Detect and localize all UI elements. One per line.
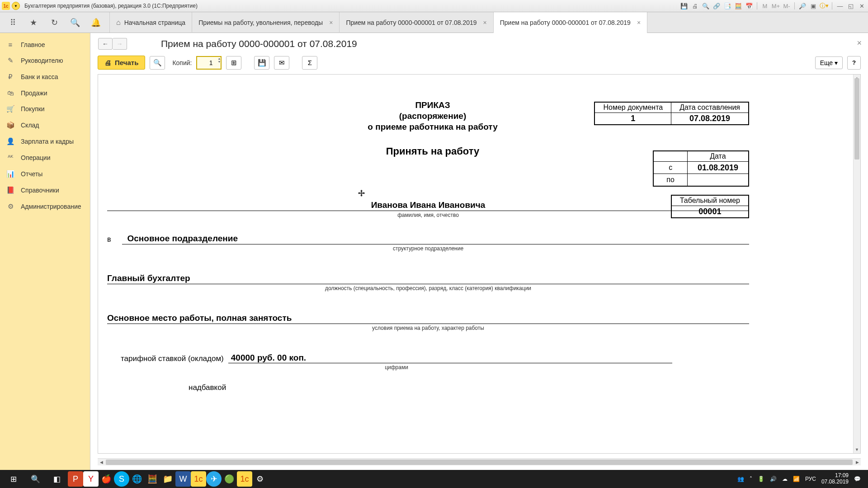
- taskbar-app-yandex[interactable]: Y: [83, 471, 99, 487]
- department-value: Основное подразделение: [122, 234, 750, 244]
- zoom-icon[interactable]: 🔎: [798, 1, 807, 10]
- onedrive-icon[interactable]: ☁: [782, 476, 788, 482]
- sidebar-item-purchases[interactable]: 🛒Покупки: [0, 101, 90, 117]
- home-icon: ⌂: [116, 19, 121, 27]
- save-button[interactable]: 💾: [254, 56, 269, 70]
- sidebar-item-hr[interactable]: 👤Зарплата и кадры: [0, 133, 90, 150]
- sidebar-item-warehouse[interactable]: 📦Склад: [0, 117, 90, 133]
- tab-hiring-list[interactable]: Приемы на работу, увольнения, переводы ×: [192, 12, 340, 33]
- document-body[interactable]: Номер документаДата составления 107.08.2…: [98, 75, 853, 453]
- taskbar-app-telegram[interactable]: ✈: [206, 471, 222, 487]
- preview-icon[interactable]: 🔍: [701, 1, 710, 10]
- help-button[interactable]: ?: [847, 56, 861, 70]
- app-logo-icon: 1c: [2, 2, 10, 10]
- content-area: × ← → Прием на работу 0000-000001 от 07.…: [90, 33, 868, 470]
- tray-chevron-icon[interactable]: ˄: [750, 476, 752, 482]
- link-icon[interactable]: 🔗: [712, 1, 721, 10]
- calculator-icon[interactable]: 🧮: [734, 1, 743, 10]
- sidebar-label: Отчеты: [21, 170, 42, 178]
- menu-icon: ≡: [6, 41, 14, 48]
- maximize-icon[interactable]: ◱: [846, 1, 855, 10]
- minimize-icon[interactable]: —: [835, 1, 844, 10]
- taskbar-app-browser[interactable]: 🌐: [129, 471, 145, 487]
- save-icon[interactable]: 💾: [679, 1, 689, 10]
- task-view-icon[interactable]: ◧: [46, 470, 68, 488]
- preview-button[interactable]: 🔍: [150, 56, 165, 70]
- scroll-left-icon[interactable]: ◀: [98, 460, 105, 465]
- edit-table-button[interactable]: ⊞: [226, 56, 241, 70]
- spinner-icon[interactable]: ▲▼: [218, 57, 221, 63]
- taskbar-search-icon[interactable]: 🔍: [24, 470, 46, 488]
- tab-hiring-doc-1[interactable]: Прием на работу 0000-000001 от 07.08.201…: [340, 12, 493, 33]
- taskbar-app-powerpoint[interactable]: P: [68, 471, 83, 487]
- notifications-icon[interactable]: 💬: [854, 476, 861, 482]
- apps-grid-icon[interactable]: ⠿: [7, 17, 18, 28]
- sidebar-item-operations[interactable]: ᴬᴷОперации: [0, 150, 90, 166]
- sidebar-label: Справочники: [21, 187, 59, 194]
- sidebar-item-sales[interactable]: 🛍Продажи: [0, 85, 90, 101]
- print-icon[interactable]: 🖨: [690, 1, 699, 10]
- close-icon[interactable]: ×: [483, 19, 487, 26]
- nav-back-button[interactable]: ←: [98, 38, 113, 50]
- info-icon[interactable]: ⓘ▾: [820, 1, 829, 10]
- tab-hiring-doc-2[interactable]: Прием на работу 0000-000001 от 07.08.201…: [494, 12, 647, 33]
- taskbar-app-word[interactable]: W: [175, 471, 191, 487]
- volume-icon[interactable]: 🔊: [770, 476, 777, 482]
- people-icon[interactable]: 👥: [737, 476, 744, 482]
- scroll-thumb-h[interactable]: [106, 460, 853, 465]
- print-button[interactable]: 🖨Печать: [98, 56, 145, 70]
- scroll-down-icon[interactable]: ▼: [854, 446, 860, 453]
- taskbar-clock[interactable]: 17:09 07.08.2019: [821, 473, 849, 485]
- calendar-icon[interactable]: 📅: [745, 1, 754, 10]
- sidebar-item-reports[interactable]: 📊Отчеты: [0, 166, 90, 182]
- history-icon[interactable]: ↻: [49, 17, 60, 28]
- more-button[interactable]: Еще ▾: [815, 56, 843, 69]
- close-page-icon[interactable]: ×: [857, 38, 862, 48]
- date-header: Дата: [687, 151, 749, 162]
- taskbar-app-pomodoro[interactable]: 🍎: [99, 471, 114, 487]
- position-value: Главный бухгалтер: [107, 273, 749, 284]
- battery-icon[interactable]: 🔋: [758, 476, 764, 482]
- sidebar-item-bank[interactable]: ₽Банк и касса: [0, 69, 90, 85]
- m-icon[interactable]: M: [760, 1, 769, 10]
- star-icon[interactable]: ★: [28, 17, 39, 28]
- taskbar-app-calc[interactable]: 🧮: [145, 471, 160, 487]
- sum-button[interactable]: Σ: [302, 56, 317, 70]
- sidebar-item-manager[interactable]: ✎Руководителю: [0, 52, 90, 69]
- salary-prefix: тарифной ставкой (окладом): [121, 354, 224, 363]
- search-icon[interactable]: 🔍: [70, 17, 80, 28]
- bell-icon[interactable]: 🔔: [90, 17, 101, 28]
- horizontal-scrollbar[interactable]: ◀ ▶: [98, 458, 861, 465]
- m-plus-icon[interactable]: M+: [771, 1, 780, 10]
- taskbar-app-1c[interactable]: 1c: [191, 471, 206, 487]
- scroll-right-icon[interactable]: ▶: [854, 460, 861, 465]
- department-sublabel: структурное подразделение: [107, 245, 749, 252]
- person-icon: 👤: [6, 137, 14, 145]
- vertical-scrollbar[interactable]: ▲ ▼: [853, 75, 860, 453]
- wifi-icon[interactable]: 📶: [793, 476, 800, 482]
- compare-icon[interactable]: 📑: [723, 1, 732, 10]
- sidebar-item-admin[interactable]: ⚙Администрирование: [0, 198, 90, 215]
- taskbar-app-explorer[interactable]: 📁: [160, 471, 175, 487]
- taskbar-app-settings[interactable]: ⚙: [252, 471, 268, 487]
- close-window-icon[interactable]: ✕: [857, 1, 866, 10]
- tab-label: Прием на работу 0000-000001 от 07.08.201…: [346, 19, 476, 26]
- tab-home[interactable]: ⌂ Начальная страница: [110, 12, 192, 33]
- sidebar-item-main[interactable]: ≡Главное: [0, 37, 90, 52]
- taskbar-app-chrome[interactable]: 🟢: [222, 471, 237, 487]
- language-indicator[interactable]: РУС: [805, 476, 816, 482]
- scroll-thumb[interactable]: [854, 78, 859, 160]
- close-icon[interactable]: ×: [637, 19, 641, 26]
- sidebar-item-catalogs[interactable]: 📕Справочники: [0, 182, 90, 198]
- nav-forward-button[interactable]: →: [113, 38, 127, 50]
- app-menu-dropdown[interactable]: ▼: [12, 2, 20, 10]
- panels-icon[interactable]: ▣: [809, 1, 818, 10]
- m-minus-icon[interactable]: M-: [782, 1, 791, 10]
- in-prefix: в: [107, 235, 111, 244]
- email-button[interactable]: ✉: [274, 56, 289, 70]
- taskbar-app-1c-2[interactable]: 1c: [237, 471, 252, 487]
- close-icon[interactable]: ×: [329, 19, 333, 26]
- cursor-icon: ✢: [358, 188, 365, 198]
- taskbar-app-skype[interactable]: S: [114, 471, 129, 487]
- start-button[interactable]: ⊞: [3, 470, 24, 488]
